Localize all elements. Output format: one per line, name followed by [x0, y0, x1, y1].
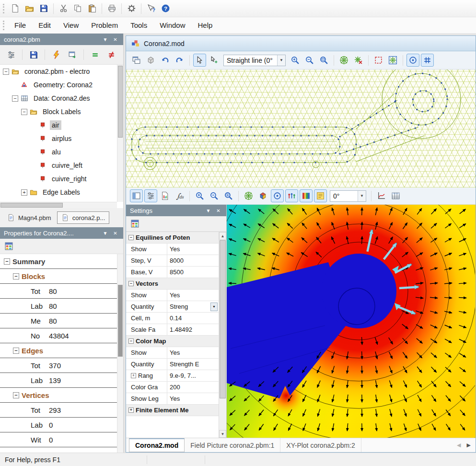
menu-problem[interactable]: Problem	[85, 19, 124, 32]
vector-arrows-button[interactable]	[285, 189, 298, 202]
cube-color-button[interactable]	[256, 189, 269, 202]
project-tab-magn4-pbm[interactable]: Magn4.pbm	[3, 211, 56, 224]
scroll-down-icon[interactable]: ▼	[219, 430, 226, 438]
settings-section-equilines-of-poten[interactable]: −Equilines of Poten	[126, 232, 219, 244]
props-grid-icon[interactable]	[130, 219, 139, 228]
panel-menu-icon[interactable]: ▼	[101, 35, 109, 44]
next-tab-icon[interactable]: ▶	[467, 442, 471, 448]
scrollbar-thumb[interactable]	[220, 240, 226, 398]
tree-horizontal-scrollbar[interactable]	[0, 202, 117, 208]
legend-button[interactable]	[314, 189, 327, 202]
settings-gear-button[interactable]	[125, 2, 138, 15]
field-view[interactable]	[227, 205, 476, 438]
mesh-view[interactable]	[126, 70, 476, 187]
settings-section-finite-element-me[interactable]: +Finite Element Me	[126, 405, 219, 416]
settings-section-vectors[interactable]: −Vectors	[126, 278, 219, 290]
target-circle-button[interactable]	[406, 54, 419, 67]
settings-value[interactable]: 0.14	[167, 313, 219, 324]
scroll-up-icon[interactable]: ▲	[219, 232, 226, 240]
zoom-out-button[interactable]	[208, 189, 221, 202]
zoom-extents-button[interactable]	[222, 189, 235, 202]
mesh-region-button[interactable]	[386, 54, 399, 67]
tree-item-airplus[interactable]: airplus	[0, 132, 123, 145]
open-folder-button[interactable]	[23, 2, 36, 15]
panel-close-icon[interactable]: ✕	[214, 207, 222, 215]
color-map-button[interactable]	[300, 189, 313, 202]
menu-help[interactable]: Help	[192, 19, 219, 32]
doc-tab-xy-plot-corona2-pbm-2[interactable]: XY-Plot corona2.pbm:2	[280, 438, 361, 452]
cube-button[interactable]	[144, 54, 157, 67]
undo-button[interactable]	[159, 54, 172, 67]
zoom-in-button[interactable]	[193, 189, 206, 202]
tree-vertical-scrollbar[interactable]	[117, 65, 123, 202]
select-arrow-button[interactable]	[193, 54, 206, 67]
transfer-button[interactable]	[65, 47, 80, 62]
settings-value[interactable]: 8500	[167, 267, 219, 278]
row-expander-icon[interactable]: +	[131, 373, 136, 378]
print-button[interactable]	[105, 2, 118, 15]
tree-item-block-labels[interactable]: −Block Labels	[0, 105, 123, 118]
section-expander-icon[interactable]: −	[4, 258, 10, 265]
chevron-down-icon[interactable]: ▼	[277, 55, 285, 66]
section-expander-icon[interactable]: −	[13, 273, 19, 280]
mesh-build-button[interactable]	[337, 54, 350, 67]
panel-menu-icon[interactable]: ▼	[204, 207, 212, 215]
menu-view[interactable]: View	[57, 19, 85, 32]
redo-button[interactable]	[173, 54, 186, 67]
zoom-out-button[interactable]	[303, 54, 316, 67]
scrollbar-thumb[interactable]	[118, 285, 123, 357]
settings-value[interactable]: 8000	[167, 255, 219, 266]
new-document-button[interactable]	[8, 2, 22, 15]
panel-options-button[interactable]	[4, 47, 18, 62]
help-button[interactable]: ?	[159, 2, 172, 15]
props-grid-icon[interactable]	[4, 242, 13, 251]
tree-item-edge-labels[interactable]: +Edge Labels	[0, 186, 123, 199]
section-expander-icon[interactable]: −	[128, 338, 134, 344]
doc-tab-field-picture-corona2-pbm-1[interactable]: Field Picture corona2.pbm:1	[185, 438, 280, 452]
zoom-in-button[interactable]	[289, 54, 302, 67]
tree-item-data-corona2-des[interactable]: −Data: Corona2.des	[0, 92, 123, 105]
tree-item-alu[interactable]: alu	[0, 145, 123, 159]
settings-value[interactable]: 1.48492	[167, 324, 219, 335]
not-equal-button[interactable]	[104, 47, 118, 62]
section-expander-icon[interactable]: +	[128, 408, 134, 413]
tree-expander-icon[interactable]: −	[12, 95, 18, 102]
settings-value[interactable]: Strength E	[167, 359, 219, 370]
settings-value[interactable]: Yes	[167, 290, 219, 301]
section-expander-icon[interactable]: −	[128, 235, 134, 240]
settings-value[interactable]: Yes	[167, 244, 219, 255]
panel-menu-icon[interactable]: ▼	[101, 229, 109, 237]
target-circle-button[interactable]	[271, 189, 284, 202]
grid-button[interactable]	[421, 54, 434, 67]
chevron-down-icon[interactable]: ▼	[358, 191, 366, 201]
angle-dropdown[interactable]: 0°▼	[330, 190, 366, 202]
settings-value[interactable]: 200	[167, 382, 219, 393]
xy-plot-button[interactable]	[375, 189, 388, 202]
settings-value[interactable]: Streng▼	[167, 301, 219, 312]
section-expander-icon[interactable]: −	[128, 281, 134, 286]
integral-button[interactable]: ∫ds	[173, 189, 186, 202]
context-help-button[interactable]: ?	[144, 2, 158, 15]
section-expander-icon[interactable]: −	[13, 392, 19, 398]
solve-button[interactable]	[49, 47, 63, 62]
shape-dropdown[interactable]: Straight line (0°▼	[223, 55, 286, 66]
properties-vertical-scrollbar[interactable]	[117, 254, 123, 453]
new-window-button[interactable]	[130, 54, 143, 67]
data-table-button[interactable]	[389, 189, 402, 202]
tree-item-cuivre-left[interactable]: cuivre_left	[0, 159, 123, 172]
tree-item-corona2-pbm-electro[interactable]: −corona2.pbm - electro	[0, 65, 123, 78]
menu-file[interactable]: File	[8, 19, 32, 32]
copy-button[interactable]	[71, 2, 84, 15]
tree-expander-icon[interactable]: −	[21, 109, 27, 115]
save-button[interactable]	[37, 2, 50, 15]
field-picture-button[interactable]	[159, 189, 172, 202]
scrollbar-thumb[interactable]	[118, 66, 123, 138]
settings-value[interactable]: Yes	[167, 347, 219, 358]
chevron-down-icon[interactable]: ▼	[210, 303, 218, 311]
split-view-button[interactable]	[130, 189, 143, 202]
mesh-build-button[interactable]	[242, 189, 255, 202]
panel-close-icon[interactable]: ✕	[111, 35, 119, 44]
prev-tab-icon[interactable]: ◀	[457, 442, 461, 448]
tree-expander-icon[interactable]: +	[21, 189, 27, 196]
doc-tab-corona2-mod[interactable]: Corona2.mod	[129, 438, 185, 452]
